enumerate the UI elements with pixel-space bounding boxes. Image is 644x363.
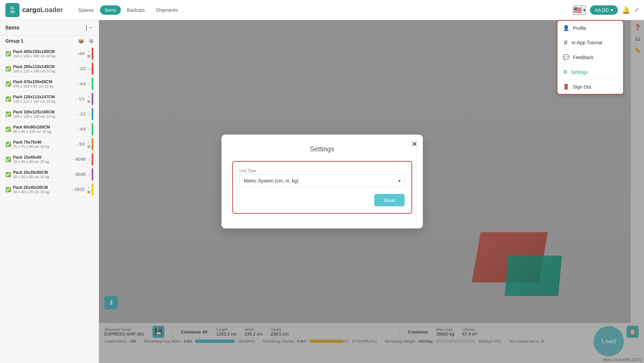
unit-type-group: Unit Type Metric System (cm, m, kg) Impe… [240,168,405,187]
settings-modal: ✕ Settings Unit Type Metric System (cm, … [221,135,423,228]
unit-type-select[interactable]: Metric System (cm, m, kg) Imperial Syste… [240,174,405,187]
settings-modal-backdrop: ✕ Settings Unit Type Metric System (cm, … [0,0,644,363]
modal-footer: Save [240,194,405,206]
modal-save-button[interactable]: Save [374,194,404,206]
modal-title: Settings [232,145,412,153]
unit-type-select-wrapper: Metric System (cm, m, kg) Imperial Syste… [240,174,405,187]
modal-body: Unit Type Metric System (cm, m, kg) Impe… [232,161,412,214]
unit-type-label: Unit Type [240,168,405,173]
modal-close-button[interactable]: ✕ [411,140,417,149]
